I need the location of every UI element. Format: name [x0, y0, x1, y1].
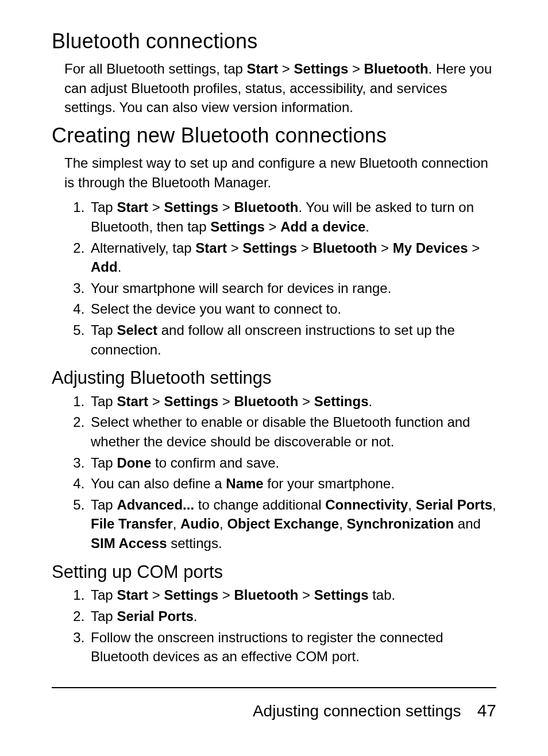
- bold-add-device: Add a device: [280, 219, 365, 234]
- text: Tap: [91, 497, 117, 512]
- bold-start: Start: [117, 199, 148, 215]
- page: Bluetooth connections For all Bluetooth …: [0, 0, 548, 756]
- text: >: [218, 199, 234, 215]
- text: Tap: [91, 322, 117, 338]
- text: Tap: [91, 394, 117, 409]
- bold-synchronization: Synchroniza­tion: [346, 516, 454, 531]
- bold-select: Select: [117, 322, 157, 338]
- list-item: Follow the onscreen instructions to regi…: [88, 628, 496, 666]
- bold-audio: Audio: [180, 516, 219, 531]
- list-com-ports: Tap Start > Settings > Bluetooth > Setti…: [64, 585, 496, 666]
- page-footer: Adjusting connection settings 47: [52, 701, 496, 720]
- bold-settings: Settings: [164, 587, 218, 603]
- list-item: Tap Select and follow all onscreen instr…: [88, 321, 496, 359]
- bold-name: Name: [226, 476, 263, 491]
- footer-page-number: 47: [477, 701, 496, 720]
- text: .: [194, 608, 198, 624]
- bold-object-exchange: Object Exchange: [227, 516, 339, 531]
- heading-bluetooth-connections: Bluetooth connections: [52, 29, 496, 53]
- text: ,: [339, 516, 346, 531]
- text: >: [348, 61, 364, 76]
- bold-settings: Settings: [314, 587, 369, 603]
- list-item: Tap Start > Settings > Bluetooth > Setti…: [88, 392, 496, 411]
- bold-done: Done: [117, 455, 151, 470]
- list-item: Tap Advanced... to change additional Con…: [88, 495, 496, 553]
- text: to confirm and save.: [151, 455, 279, 470]
- bold-settings: Settings: [210, 219, 265, 234]
- list-item: Tap Done to confirm and save.: [88, 453, 496, 473]
- bold-bluetooth: Bluetooth: [234, 199, 298, 215]
- bold-start: Start: [247, 61, 279, 76]
- bold-settings: Settings: [294, 61, 349, 76]
- text: .: [118, 259, 122, 275]
- text: and: [454, 516, 481, 531]
- text: to change additional: [194, 497, 325, 512]
- text: >: [468, 240, 480, 256]
- bold-start: Start: [117, 394, 148, 409]
- text: tab.: [369, 587, 396, 603]
- list-creating-new-bt: Tap Start > Settings > Bluetooth. You wi…: [64, 198, 496, 359]
- text: .: [369, 394, 373, 409]
- paragraph-simplest-way: The simplest way to set up and configure…: [64, 153, 496, 192]
- text: >: [148, 587, 164, 603]
- text: settings.: [167, 535, 222, 551]
- bold-bluetooth: Bluetooth: [234, 587, 298, 603]
- list-item: Tap Start > Settings > Bluetooth. You wi…: [88, 198, 496, 236]
- text: For all Bluetooth settings, tap: [64, 61, 247, 76]
- list-item: Select whether to enable or disable the …: [88, 412, 496, 451]
- text: ,: [492, 497, 496, 512]
- text: ,: [173, 516, 180, 531]
- text: >: [218, 394, 234, 409]
- bold-bluetooth: Bluetooth: [312, 240, 377, 256]
- text: Tap: [91, 455, 117, 470]
- bold-connectivity: Connectivity: [325, 497, 408, 512]
- text: >: [218, 587, 234, 603]
- text: for your smartphone.: [264, 476, 395, 491]
- bold-bluetooth: Bluetooth: [234, 394, 298, 409]
- text: >: [298, 587, 314, 603]
- heading-creating-new-bt-connections: Creating new Bluetooth connections: [52, 123, 496, 148]
- bold-settings: Settings: [164, 394, 218, 409]
- list-item: You can also define a Name for your smar…: [88, 474, 496, 493]
- bold-settings: Settings: [314, 394, 369, 409]
- footer-divider: [52, 687, 496, 688]
- text: Tap: [91, 608, 117, 624]
- list-item: Tap Serial Ports.: [88, 607, 496, 626]
- list-adjusting-bt: Tap Start > Settings > Bluetooth > Setti…: [64, 392, 496, 553]
- list-item: Select the device you want to connect to…: [88, 299, 496, 319]
- text: >: [298, 394, 314, 409]
- text: >: [148, 394, 164, 409]
- bold-start: Start: [195, 240, 227, 256]
- text: ,: [408, 497, 415, 512]
- heading-adjusting-bt-settings: Adjusting Bluetooth settings: [52, 367, 496, 389]
- text: >: [227, 240, 242, 256]
- bold-add: Add: [91, 259, 118, 275]
- bold-settings: Settings: [242, 240, 297, 256]
- bold-bluetooth: Bluetooth: [364, 61, 429, 76]
- bold-serial-ports: Serial Ports: [416, 497, 492, 512]
- text: .: [365, 219, 369, 234]
- text: ,: [219, 516, 227, 531]
- text: Tap: [91, 587, 117, 603]
- text: Tap: [91, 199, 117, 215]
- list-item: Alternatively, tap Start > Settings > Bl…: [88, 238, 496, 277]
- text: >: [265, 219, 280, 234]
- text: >: [148, 199, 164, 215]
- bold-settings: Settings: [164, 199, 218, 215]
- bold-sim-access: SIM Access: [91, 535, 167, 551]
- bold-file-transfer: File Transfer: [91, 516, 173, 531]
- list-item: Your smartphone will search for devices …: [88, 279, 496, 298]
- bold-serial-ports: Serial Ports: [117, 608, 193, 624]
- text: >: [377, 240, 392, 256]
- bold-start: Start: [117, 587, 148, 603]
- text: >: [278, 61, 294, 76]
- paragraph-bt-overview: For all Bluetooth settings, tap Start > …: [64, 59, 496, 117]
- bold-my-devices: My Devices: [393, 240, 468, 256]
- footer-section-title: Adjusting connection settings: [253, 702, 461, 720]
- heading-setting-up-com-ports: Setting up COM ports: [52, 561, 496, 584]
- list-item: Tap Start > Settings > Bluetooth > Setti…: [88, 585, 496, 605]
- bold-advanced: Advanced...: [117, 497, 194, 512]
- text: Alternatively, tap: [91, 240, 195, 256]
- text: You can also define a: [91, 476, 226, 491]
- text: >: [297, 240, 312, 256]
